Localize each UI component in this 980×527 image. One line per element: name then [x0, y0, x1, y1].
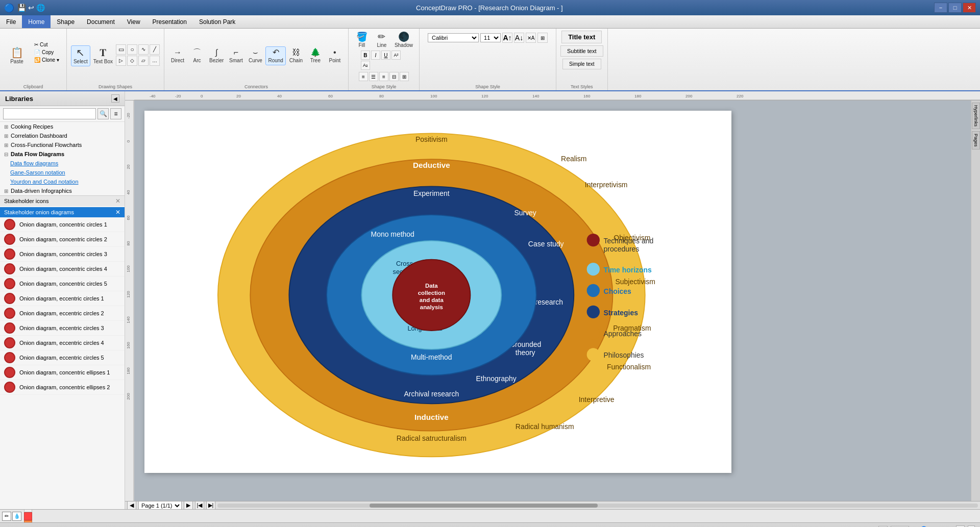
page-select[interactable]: Page 1 (1/1) [138, 501, 182, 510]
minimize-button[interactable]: − [934, 3, 947, 13]
grow-font-btn[interactable]: A↑ [502, 33, 512, 43]
pages-tab[interactable]: Pages [972, 131, 980, 149]
menu-item-shape[interactable]: Shape [51, 15, 81, 28]
list-item[interactable]: Onion diagram, concentric circles 3 [0, 247, 125, 262]
search-button[interactable]: 🔍 [97, 108, 109, 119]
maximize-button[interactable]: □ [948, 3, 962, 13]
bezier-button[interactable]: ∫ Bezier [207, 47, 226, 65]
color-swatch[interactable] [24, 520, 32, 523]
color-tools[interactable]: ✏ 💧 [2, 512, 21, 521]
list-item[interactable]: Onion diagram, concentric circles 2 [0, 232, 125, 247]
subtitle-text-button[interactable]: Subtitle text [560, 45, 603, 57]
font-select[interactable]: Calibri [428, 33, 479, 42]
menu-item-document[interactable]: Document [81, 15, 121, 28]
close-active-library-btn[interactable]: ✕ [115, 209, 120, 216]
cut-button[interactable]: ✂ Cut [31, 41, 62, 48]
sidebar-item-data-flow-diagrams[interactable]: Data flow diagrams [0, 159, 125, 168]
italic-format-btn[interactable]: I [371, 51, 380, 60]
list-item[interactable]: Onion diagram, concentric circles 1 [0, 217, 125, 232]
tree-button[interactable]: 🌲 Tree [306, 47, 325, 65]
sidebar-collapse-btn[interactable]: ◀ [111, 94, 119, 103]
select-button[interactable]: ↖ Select [71, 45, 90, 66]
list-item[interactable]: Onion diagram, concentric circles 4 [0, 262, 125, 277]
align-right-btn[interactable]: ≡ [379, 72, 388, 81]
line-shape-btn[interactable]: ╱ [150, 44, 160, 55]
page-last-btn[interactable]: ▶| [206, 501, 215, 510]
line-button[interactable]: ✏ Line [373, 31, 391, 49]
arc-button[interactable]: ⌒ Arc [188, 47, 206, 65]
horizontal-scrollbar[interactable]: ◀ Page 1 (1/1) ▶ |◀ ▶| [125, 501, 980, 509]
sidebar-item-data-infographics[interactable]: ⊞ Data-driven Infographics [0, 186, 125, 195]
menu-item-home[interactable]: Home [22, 15, 51, 28]
page-first-btn[interactable]: |◀ [195, 501, 204, 510]
h-scroll-thumb[interactable] [370, 504, 598, 508]
list-item[interactable]: Onion diagram, eccentric circles 4 [0, 336, 125, 350]
curve-shape-btn[interactable]: ∿ [138, 44, 149, 55]
superscript-btn[interactable]: A² [391, 51, 401, 60]
align-left-btn[interactable]: ≡ [359, 72, 368, 81]
paste-button[interactable]: 📋 Paste [4, 41, 30, 71]
justify-btn[interactable]: ⊟ [389, 72, 399, 81]
more-align-btn[interactable]: ⊞ [400, 72, 409, 81]
menu-item-view[interactable]: View [121, 15, 146, 28]
svg-text:Philosophies: Philosophies [604, 351, 644, 359]
list-item[interactable]: Onion diagram, concentric circles 5 [0, 277, 125, 291]
copy-button[interactable]: 📄 Copy [31, 48, 62, 56]
menu-item-presentation[interactable]: Presentation [146, 15, 193, 28]
subscript-btn[interactable]: A₂ [361, 61, 370, 70]
smart-button[interactable]: ⌐ Smart [227, 47, 245, 65]
h-scroll-track[interactable] [217, 504, 978, 508]
round-button[interactable]: ↶ Round [265, 46, 285, 65]
filter-button[interactable]: ≡ [110, 108, 121, 119]
rect-shape-btn[interactable]: ▭ [116, 44, 126, 55]
diamond-shape-btn[interactable]: ◇ [127, 56, 137, 66]
sidebar-item-cross-functional[interactable]: ⊞ Cross-Functional Flowcharts [0, 140, 125, 149]
sidebar-item-gane-sarson[interactable]: Gane-Sarson notation [0, 168, 125, 177]
font-size-select[interactable]: 11 [480, 33, 501, 42]
sidebar-item-correlation-dashboard[interactable]: ⊞ Correlation Dashboard [0, 131, 125, 140]
shrink-font-btn[interactable]: A↓ [514, 33, 524, 43]
clone-button[interactable]: 🔁 Clone ▾ [31, 56, 62, 64]
direct-button[interactable]: → Direct [168, 47, 187, 65]
menu-item-solution-park[interactable]: Solution Park [193, 15, 241, 28]
eyedrop-btn[interactable]: 💧 [12, 512, 21, 521]
sidebar-item-cooking-recipes[interactable]: ⊞ Cooking Recipes [0, 122, 125, 131]
sidebar-item-yourdon-coad[interactable]: Yourdon and Coad notation [0, 177, 125, 186]
shadow-button[interactable]: 🌑 Shadow [393, 31, 415, 49]
close-button[interactable]: ✕ [963, 3, 976, 13]
chain-button[interactable]: ⛓ Chain [287, 47, 305, 65]
page-prev-btn[interactable]: ◀ [127, 501, 136, 510]
sidebar-item-data-flow[interactable]: ⊟ Data Flow Diagrams [0, 149, 125, 159]
zoom-in-btn[interactable]: + [956, 525, 965, 528]
simple-text-button[interactable]: Simple text [562, 59, 601, 69]
underline-format-btn[interactable]: U [381, 51, 390, 60]
list-item[interactable]: Onion diagram, eccentric circles 3 [0, 321, 125, 336]
zoom-out-btn[interactable]: - [968, 525, 975, 528]
list-item[interactable]: Onion diagram, eccentric circles 2 [0, 306, 125, 321]
circle-shape-btn[interactable]: ○ [127, 44, 137, 55]
list-item[interactable]: Onion diagram, concentric ellipses 2 [0, 380, 125, 395]
page-next-btn[interactable]: ▶ [184, 501, 193, 510]
menu-item-file[interactable]: File [0, 15, 22, 28]
bold-format-btn[interactable]: B [361, 51, 370, 60]
textbox-button[interactable]: 𝐓 Text Box [91, 46, 115, 66]
more-font-btn[interactable]: ⊞ [537, 33, 548, 43]
curve-button[interactable]: ⌣ Curve [246, 47, 264, 65]
close-library-btn[interactable]: ✕ [115, 197, 120, 205]
list-item[interactable]: Onion diagram, eccentric circles 1 [0, 291, 125, 306]
search-input[interactable] [3, 108, 96, 119]
list-item[interactable]: Onion diagram, eccentric circles 5 [0, 350, 125, 365]
hyperlinks-tab[interactable]: Hyperlinks [972, 103, 980, 129]
point-button[interactable]: • Point [326, 47, 344, 65]
title-text-button[interactable]: Title text [561, 31, 602, 43]
clear-format-btn[interactable]: ✕A [526, 33, 536, 43]
fill-button[interactable]: 🪣 Fill [353, 31, 371, 49]
edit-color-btn[interactable]: ✏ [2, 512, 11, 521]
align-center-btn[interactable]: ☰ [369, 72, 378, 81]
color-swatch[interactable] [24, 512, 32, 520]
list-item[interactable]: Onion diagram, concentric ellipses 1 [0, 365, 125, 380]
more-shapes-btn[interactable]: … [150, 56, 160, 66]
tri-shape-btn[interactable]: ▷ [116, 56, 126, 66]
para-shape-btn[interactable]: ▱ [138, 56, 149, 66]
diagram-canvas-area[interactable]: Positivism Realism Interpretivism Object… [134, 101, 971, 501]
